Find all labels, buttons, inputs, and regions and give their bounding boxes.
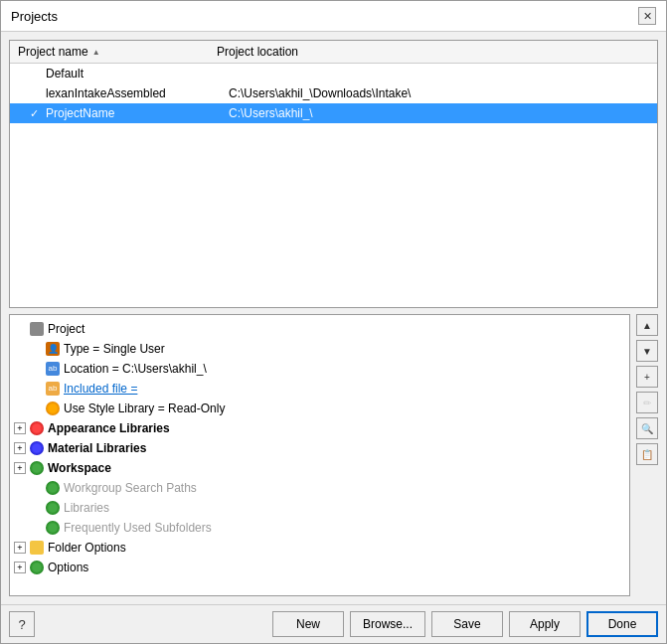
row-checkmark [30, 68, 44, 80]
tree-item-workspace[interactable]: + Workspace [14, 458, 625, 478]
sort-arrow-icon: ▲ [92, 48, 100, 57]
tree-label: Frequently Used Subfolders [64, 519, 212, 537]
dialog-title: Projects [11, 9, 58, 24]
row-checkmark [30, 87, 44, 99]
tree-item-project[interactable]: Project [14, 319, 625, 339]
workspace-icon [29, 460, 45, 476]
edit-button[interactable]: ✏ [636, 392, 658, 413]
row-name: Default [44, 67, 229, 80]
scroll-down-button[interactable]: ▼ [636, 340, 658, 362]
title-bar: Projects ✕ [1, 1, 666, 32]
tree-label: Appearance Libraries [48, 419, 170, 437]
tree-item-material-libraries[interactable]: + Material Libraries [14, 438, 625, 458]
search-button[interactable]: 🔍 [636, 417, 658, 439]
expand-options-btn[interactable]: + [14, 562, 26, 573]
add-button[interactable]: + [636, 366, 658, 388]
tree-item-type[interactable]: 👤 Type = Single User [14, 339, 625, 359]
footer-left: ? [9, 611, 35, 637]
col-location-label: Project location [217, 45, 298, 59]
table-body: Default lexanIntakeAssembled C:\Users\ak… [10, 64, 657, 307]
projects-table: Project name ▲ Project location Default [9, 40, 658, 308]
location-icon: ab [45, 361, 61, 377]
row-location: C:\Users\akhil_\ [229, 106, 653, 120]
project-icon [29, 321, 45, 337]
tree-item-folder-options[interactable]: + Folder Options [14, 538, 625, 558]
file-icon: ab [45, 381, 61, 397]
help-button[interactable]: ? [9, 611, 35, 637]
tree-label: Included file = [64, 380, 137, 398]
new-button[interactable]: New [272, 611, 344, 637]
tree-label: Folder Options [48, 539, 126, 557]
tree-item-appearance-libraries[interactable]: + Appearance Libraries [14, 418, 625, 438]
bottom-panel: Project 👤 Type = Single User ab L [9, 314, 658, 596]
col-name-label: Project name [18, 45, 88, 59]
right-panel: ▲ ▼ + ✏ 🔍 📋 [636, 314, 658, 596]
tree-label: Options [48, 559, 88, 576]
material-icon [29, 440, 45, 456]
tree-label: Use Style Library = Read-Only [64, 400, 225, 417]
browse-button[interactable]: Browse... [350, 611, 425, 637]
scroll-up-button[interactable]: ▲ [636, 314, 658, 336]
footer-right: New Browse... Save Apply Done [272, 611, 658, 637]
folder-icon [29, 540, 45, 556]
row-location: C:\Users\akhil_\Downloads\Intake\ [229, 86, 653, 100]
style-icon [45, 401, 61, 416]
expand-material-btn[interactable]: + [14, 442, 26, 454]
appearance-icon [29, 420, 45, 436]
col-location-header: Project location [213, 43, 653, 61]
row-name: lexanIntakeAssembled [44, 86, 229, 100]
tree-item-style-library[interactable]: Use Style Library = Read-Only [14, 399, 625, 418]
table-row[interactable]: Default [10, 64, 657, 83]
expand-appearance-btn[interactable]: + [14, 422, 26, 434]
apply-button[interactable]: Apply [509, 611, 581, 637]
tree-label: Type = Single User [64, 340, 165, 358]
tree-item-options[interactable]: + Options [14, 558, 625, 577]
frequently-used-icon [45, 520, 61, 536]
expand-workspace-btn[interactable]: + [14, 462, 26, 474]
footer: ? New Browse... Save Apply Done [1, 604, 666, 643]
tree-item-location[interactable]: ab Location = C:\Users\akhil_\ [14, 359, 625, 379]
libraries-icon [45, 500, 61, 516]
tree-label: Material Libraries [48, 439, 146, 457]
workgroup-icon [45, 480, 61, 496]
table-row[interactable]: lexanIntakeAssembled C:\Users\akhil_\Dow… [10, 83, 657, 103]
projects-dialog: Projects ✕ Project name ▲ Project locati… [0, 0, 667, 644]
tree-label: Location = C:\Users\akhil_\ [64, 360, 207, 378]
tree-item-frequently-used[interactable]: Frequently Used Subfolders [14, 518, 625, 538]
options-icon [29, 560, 45, 575]
tree-item-included-file[interactable]: ab Included file = [14, 379, 625, 399]
title-bar-buttons: ✕ [638, 7, 656, 25]
tree-label: Workgroup Search Paths [64, 479, 197, 497]
tree-label: Workspace [48, 459, 111, 477]
row-checkmark: ✓ [30, 107, 44, 120]
table-header: Project name ▲ Project location [10, 41, 657, 64]
table-row[interactable]: ✓ ProjectName C:\Users\akhil_\ [10, 103, 657, 123]
close-button[interactable]: ✕ [638, 7, 656, 25]
row-name: ProjectName [44, 106, 229, 120]
tree-label: Libraries [64, 499, 109, 517]
dialog-body: Project name ▲ Project location Default [1, 32, 666, 604]
save-button[interactable]: Save [431, 611, 503, 637]
copy-button[interactable]: 📋 [636, 443, 658, 465]
tree-item-workgroup-search[interactable]: Workgroup Search Paths [14, 478, 625, 498]
tree-item-libraries[interactable]: Libraries [14, 498, 625, 518]
user-icon: 👤 [45, 341, 61, 357]
tree-label: Project [48, 320, 84, 338]
done-button[interactable]: Done [586, 611, 658, 637]
col-name-header: Project name ▲ [14, 43, 213, 61]
expand-folder-btn[interactable]: + [14, 542, 26, 554]
tree-container: Project 👤 Type = Single User ab L [9, 314, 630, 596]
